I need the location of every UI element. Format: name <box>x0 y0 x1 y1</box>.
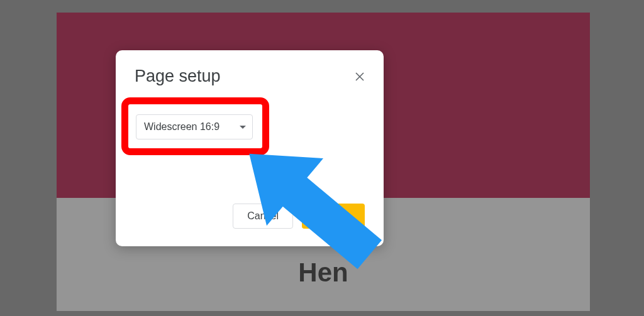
close-icon <box>355 72 365 82</box>
cancel-button-label: Cancel <box>247 210 279 222</box>
dialog-title: Page setup <box>135 67 221 86</box>
chevron-down-icon <box>240 126 246 129</box>
page-setup-dialog: Page setup Cancel Apply <box>116 50 384 246</box>
close-button[interactable] <box>351 68 369 85</box>
dropdown-selected-label: Widescreen 16:9 <box>144 121 219 133</box>
apply-button-label: Apply <box>321 210 346 222</box>
apply-button[interactable]: Apply <box>302 204 365 229</box>
cancel-button[interactable]: Cancel <box>233 204 293 229</box>
aspect-ratio-dropdown[interactable]: Widescreen 16:9 <box>136 114 253 139</box>
slide-body-text: Hen <box>298 258 348 288</box>
